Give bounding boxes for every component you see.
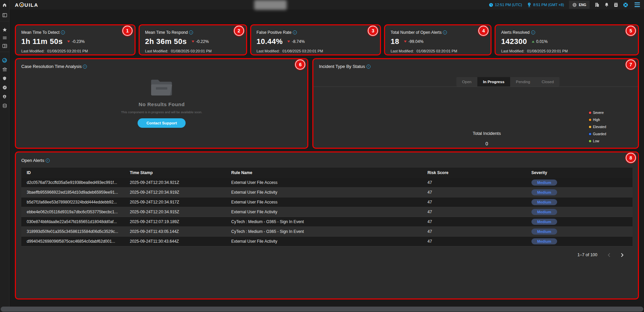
alert-risk-score: 47 — [424, 197, 528, 207]
kpi-last-modified: Last Modified:01/08/2025 03:20:01 PM — [390, 49, 485, 53]
sidebar-item-identity[interactable] — [0, 93, 9, 101]
sidebar-item-institution[interactable] — [0, 65, 9, 73]
column-header-risk-score[interactable]: Risk Score — [424, 168, 528, 178]
sidebar-item-favorites[interactable] — [0, 26, 9, 34]
incident-type-panel: 7 Incident Type By Status Open In Progre… — [312, 58, 639, 149]
info-icon[interactable] — [293, 30, 297, 34]
severity-legend: Severe High Elevated Guarded — [588, 110, 606, 144]
kpi-last-modified: Last Modified:01/08/2025 03:20:01 PM — [501, 49, 633, 53]
severity-badge: Medium — [531, 209, 557, 215]
alert-risk-score: 47 — [424, 217, 528, 227]
logo-text-suffix: UILA — [24, 2, 38, 8]
sidebar-item-shield[interactable] — [0, 74, 9, 82]
language-selector[interactable]: ENG — [569, 1, 590, 9]
alert-rule-name: CyTech : Medium - O365 - Sign In Event — [228, 227, 424, 237]
legend-label: Low — [593, 139, 599, 143]
topbar: A UILA 12:51 PM (UTC) 8:51 PM (GMT +8) E… — [0, 0, 644, 9]
panel-layout-icon — [2, 13, 7, 18]
alert-timestamp: 2025-09-24T11:30:43.644Z — [126, 237, 228, 246]
kpi-delta: 0.01% — [536, 39, 548, 44]
contact-support-button[interactable]: Contact Support — [138, 118, 186, 128]
annotation-badge-1: 1 — [122, 26, 133, 36]
empty-state-title: No Results Found — [139, 101, 185, 107]
next-page-icon[interactable] — [621, 253, 624, 257]
sidebar-item-threat-active[interactable] — [0, 56, 9, 64]
info-icon[interactable] — [443, 30, 447, 34]
table-row[interactable]: 030e874bbfdaa8e22a547fd165651d18048dd0af… — [21, 217, 633, 227]
alert-timestamp: 2025-09-24T12:20:34.921Z — [126, 178, 228, 188]
column-header-timestamp[interactable]: Time Stamp — [126, 168, 228, 178]
kpi-value: 1h 11m 50s — [21, 37, 63, 46]
sidebar-item-compass[interactable] — [0, 83, 9, 92]
support-ring-icon[interactable] — [623, 2, 628, 7]
alert-severity-cell: Medium — [528, 217, 633, 227]
previous-page-icon[interactable] — [607, 253, 611, 257]
info-icon[interactable] — [531, 30, 535, 34]
info-icon[interactable] — [46, 159, 50, 163]
bell-icon[interactable] — [604, 2, 609, 7]
table-row[interactable]: b5d7f1fa68ee53d78980f22324bdd444eddebb92… — [21, 197, 633, 207]
star-icon — [2, 27, 7, 32]
column-header-id[interactable]: ID — [21, 168, 126, 178]
kpi-card-open-alerts-count: 4 Total Number of Open Alerts 18 -99.04%… — [384, 24, 492, 55]
local-time: 8:51 PM (GMT +8) — [527, 2, 564, 7]
column-header-severity[interactable]: Severity — [528, 168, 633, 178]
status-tab[interactable]: In Progress — [477, 77, 510, 87]
severity-badge: Medium — [531, 219, 557, 225]
alert-id: d2c0576af73ccffd35a5e91938bea8ed493ec991… — [21, 178, 126, 188]
alert-id: 030e874bbfdaa8e22a547fd165651d18048dd0af… — [21, 217, 126, 227]
legend-label: Severe — [593, 111, 604, 115]
home-button[interactable] — [0, 0, 9, 9]
trend-down-icon — [192, 41, 194, 43]
column-header-rule-name[interactable]: Rule Name — [228, 168, 424, 178]
legend-item: Severe — [588, 110, 606, 115]
logo-q-icon — [19, 2, 24, 7]
table-row[interactable]: d2c0576af73ccffd35a5e91938bea8ed493ec991… — [21, 178, 633, 188]
list-menu-icon — [2, 35, 7, 40]
building-icon[interactable] — [595, 2, 599, 7]
info-icon[interactable] — [189, 30, 193, 34]
alert-risk-score: 47 — [424, 227, 528, 237]
table-row[interactable]: 3baeffb955966922ed1854d10d9adeb65959ee91… — [21, 188, 633, 197]
case-resolution-panel: 6 Case Resolution Time Analysis No Resul… — [15, 58, 308, 149]
table-row[interactable]: ebbe4e062c05116d9319a7dbc6cf353775becbc1… — [21, 207, 633, 217]
alert-id: 3baeffb955966922ed1854d10d9adeb65959ee91… — [21, 188, 126, 197]
legend-label: Elevated — [593, 125, 606, 129]
alert-risk-score: 47 — [424, 178, 528, 188]
legend-item: Guarded — [588, 131, 606, 137]
sidebar-item-dashboard[interactable] — [0, 42, 9, 50]
trend-up-icon — [532, 41, 534, 43]
alert-rule-name: External User File Activity — [228, 188, 424, 197]
alert-risk-score: 47 — [424, 188, 528, 197]
total-incidents-label: Total Incidents — [473, 131, 501, 136]
bank-icon — [2, 67, 7, 72]
info-icon[interactable] — [366, 65, 371, 69]
book-icon[interactable] — [614, 2, 618, 7]
menu-icon[interactable] — [635, 2, 640, 7]
kpi-delta: -0.23% — [72, 39, 85, 44]
alert-risk-score: 47 — [424, 237, 528, 246]
table-row[interactable]: d9940452698096f5875cec46854c0dabf62d001.… — [21, 237, 633, 246]
info-icon[interactable] — [61, 30, 65, 34]
sidebar-item-panel-layout[interactable] — [0, 11, 9, 19]
kpi-value: 18 — [390, 37, 399, 46]
sidebar-item-list[interactable] — [0, 34, 9, 42]
alert-severity-cell: Medium — [528, 227, 633, 237]
info-icon[interactable] — [83, 65, 87, 69]
legend-dot-icon — [588, 125, 592, 129]
sidebar-item-data[interactable] — [0, 102, 9, 110]
status-tab[interactable]: Pending — [510, 77, 536, 87]
kpi-card-alerts-resolved: 5 Alerts Resolved 142300 0.01% Last Modi… — [495, 24, 639, 55]
total-incidents: Total Incidents 0 — [473, 131, 501, 146]
utc-time: 12:51 PM (UTC) — [489, 3, 522, 7]
horizontal-scrollbar[interactable] — [1, 307, 643, 312]
kpi-card-mean-time-to-detect: 1 Mean Time To Detect 1h 11m 50s -0.23% … — [15, 24, 136, 55]
kpi-value: 2h 36m 50s — [145, 37, 187, 46]
status-tab[interactable]: Open — [456, 77, 477, 87]
sidebar — [0, 9, 9, 312]
main-content: 1 Mean Time To Detect 1h 11m 50s -0.23% … — [9, 9, 644, 312]
status-tab[interactable]: Closed — [536, 77, 559, 87]
status-tabs: Open In Progress Pending Closed — [456, 77, 559, 87]
alert-id: 318993d50fe01a355c34586115584d06d5c3529c… — [21, 227, 126, 237]
table-row[interactable]: 318993d50fe01a355c34586115584d06d5c3529c… — [21, 227, 633, 237]
